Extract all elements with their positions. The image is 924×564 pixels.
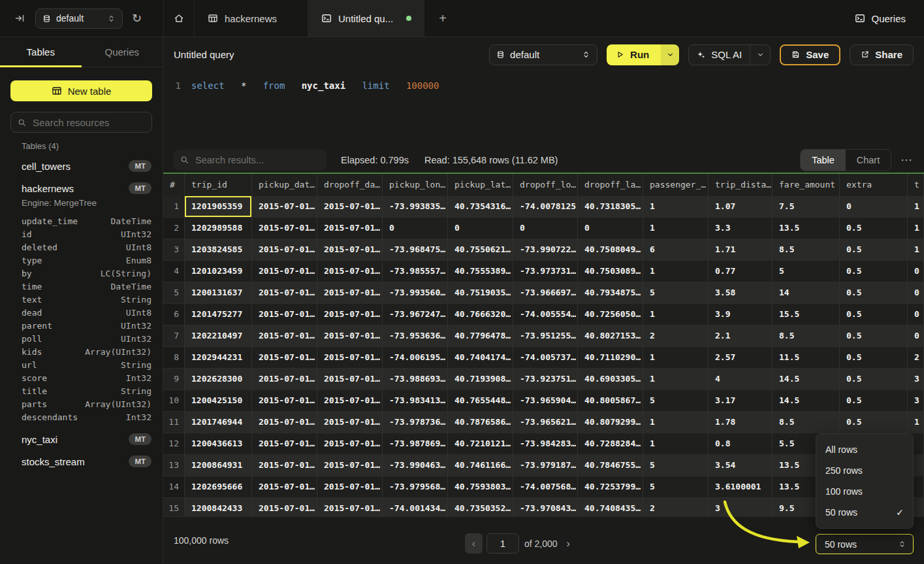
table-cell[interactable]: 2 xyxy=(643,325,709,347)
table-cell[interactable]: -74.005737… xyxy=(513,347,578,369)
table-cell[interactable]: 5 xyxy=(643,282,709,304)
sidebar-item-stocks-stream[interactable]: stocks_stream MT xyxy=(22,454,151,469)
table-cell[interactable]: 2015-07-01… xyxy=(317,498,383,516)
table-cell[interactable]: 40.7210121… xyxy=(448,433,513,455)
column-row[interactable]: deleted UInt8 xyxy=(22,241,151,254)
table-cell[interactable]: 1200131637 xyxy=(185,282,252,304)
page-size-menu-item[interactable]: All rows ✓ xyxy=(816,439,913,460)
table-cell[interactable]: 2015-07-01… xyxy=(252,390,317,412)
save-button[interactable]: Save xyxy=(780,44,840,65)
table-cell[interactable]: 40.7354316… xyxy=(448,196,513,218)
column-header[interactable]: pickup_dat… xyxy=(252,174,317,196)
table-cell[interactable]: 2015-07-01… xyxy=(317,390,383,412)
table-cell[interactable]: 1201905359 xyxy=(185,196,252,218)
table-cell[interactable]: 1.07 xyxy=(709,196,773,218)
table-cell[interactable]: 2015-07-01… xyxy=(317,218,383,239)
table-cell[interactable]: 40.7288284… xyxy=(578,433,643,455)
column-row[interactable]: url String xyxy=(22,359,151,372)
table-cell[interactable]: 40.7253799… xyxy=(578,476,643,498)
table-cell[interactable]: 14.5 xyxy=(773,390,840,412)
table-cell[interactable]: 2015-07-01… xyxy=(252,196,317,218)
table-cell[interactable]: 40.6903305… xyxy=(578,369,643,390)
table-cell[interactable]: -73.973731… xyxy=(513,261,578,282)
run-options-button[interactable] xyxy=(661,44,679,65)
table-cell[interactable]: 40.7404174… xyxy=(448,347,513,369)
table-cell[interactable]: 3 xyxy=(709,498,773,516)
table-cell[interactable]: 2015-07-01… xyxy=(317,282,383,304)
table-cell[interactable]: 2015-07-01… xyxy=(252,476,317,498)
sidebar-tab-queries[interactable]: Queries xyxy=(82,37,163,67)
table-cell[interactable]: 2015-07-01… xyxy=(317,196,383,218)
table-cell[interactable]: 1200425150 xyxy=(185,390,252,412)
table-cell[interactable]: -73.965621… xyxy=(513,412,578,433)
table-cell[interactable]: 1201023459 xyxy=(185,261,252,282)
table-cell[interactable]: 0.5 xyxy=(840,347,908,369)
table-cell[interactable]: 0 xyxy=(578,218,643,239)
new-table-button[interactable]: New table xyxy=(10,80,152,101)
table-cell[interactable]: -73.984283… xyxy=(513,433,578,455)
table-cell[interactable]: 0.5 xyxy=(840,261,908,282)
sidebar-item-cell-towers[interactable]: cell_towers MT xyxy=(22,159,151,173)
table-cell[interactable]: -73.968475… xyxy=(383,239,448,261)
table-cell[interactable]: 1200864931 xyxy=(185,455,252,476)
table-cell[interactable]: -73.983413… xyxy=(383,390,448,412)
table-cell[interactable]: 2015-07-01… xyxy=(252,412,317,433)
table-cell[interactable]: 1 xyxy=(908,412,924,433)
table-cell[interactable]: 40.7508049… xyxy=(578,239,643,261)
column-header[interactable]: pickup_lat… xyxy=(448,174,513,196)
table-cell[interactable]: 0 xyxy=(908,325,924,347)
table-cell[interactable]: 0.5 xyxy=(840,369,908,390)
table-cell[interactable]: -73.978736… xyxy=(383,412,448,433)
table-cell[interactable]: 14 xyxy=(773,282,840,304)
collapse-sidebar-icon[interactable] xyxy=(14,13,25,24)
column-header[interactable]: pickup_lon… xyxy=(383,174,448,196)
table-cell[interactable]: 1 xyxy=(643,218,709,239)
table-cell[interactable]: 40.7550621… xyxy=(448,239,513,261)
table-cell[interactable]: 2015-07-01… xyxy=(317,455,383,476)
table-cell[interactable]: 40.7555389… xyxy=(448,261,513,282)
table-cell[interactable]: 2015-07-01… xyxy=(317,412,383,433)
table-cell[interactable]: 40.7408435… xyxy=(578,498,643,516)
table-cell[interactable]: -73.951255… xyxy=(513,325,578,347)
sql-editor[interactable]: 1 select * from nyc_taxi limit 100000 xyxy=(163,72,924,147)
table-cell[interactable]: 2015-07-01… xyxy=(252,369,317,390)
table-cell[interactable]: -73.966697… xyxy=(513,282,578,304)
column-row[interactable]: score Int32 xyxy=(22,372,151,385)
table-cell[interactable]: 3.54 xyxy=(709,455,773,476)
table-cell[interactable]: 0.5 xyxy=(840,304,908,325)
page-size-select[interactable]: 50 rows xyxy=(816,534,914,554)
table-cell[interactable]: 2015-07-01… xyxy=(317,239,383,261)
table-cell[interactable]: 3 xyxy=(908,369,924,390)
column-row[interactable]: update_time DateTime xyxy=(22,215,151,228)
table-cell[interactable]: 40.7796478… xyxy=(448,325,513,347)
table-cell[interactable]: 1203824585 xyxy=(185,239,252,261)
table-cell[interactable]: 2015-07-01… xyxy=(252,261,317,282)
column-row[interactable]: id UInt32 xyxy=(22,228,151,241)
table-cell[interactable]: -73.990722… xyxy=(513,239,578,261)
table-cell[interactable]: 2015-07-01… xyxy=(252,347,317,369)
table-cell[interactable]: 0 xyxy=(840,196,908,218)
column-row[interactable]: text String xyxy=(22,293,151,307)
table-cell[interactable]: 0.5 xyxy=(840,325,908,347)
table-cell[interactable]: 2 xyxy=(908,347,924,369)
table-cell[interactable]: 40.7593803… xyxy=(448,476,513,498)
column-row[interactable]: kids Array(UInt32) xyxy=(22,346,151,359)
table-cell[interactable]: 2015-07-01… xyxy=(317,347,383,369)
table-cell[interactable]: -73.993560… xyxy=(383,282,448,304)
table-cell[interactable]: 2.1 xyxy=(709,325,773,347)
table-cell[interactable]: -73.970843… xyxy=(513,498,578,516)
table-cell[interactable]: -73.993835… xyxy=(383,196,448,218)
table-cell[interactable]: 5 xyxy=(643,476,709,498)
table-cell[interactable]: 2015-07-01… xyxy=(317,261,383,282)
page-size-menu-item[interactable]: 100 rows ✓ xyxy=(816,481,913,502)
table-cell[interactable]: 1 xyxy=(643,412,709,433)
column-header[interactable]: extra xyxy=(840,174,908,196)
view-toggle-table[interactable]: Table xyxy=(801,150,846,171)
tab-hackernews[interactable]: hackernews xyxy=(195,0,308,37)
table-cell[interactable]: 40.7318305… xyxy=(578,196,643,218)
tab-home[interactable] xyxy=(163,0,195,37)
table-cell[interactable]: 1202695666 xyxy=(185,476,252,498)
table-cell[interactable]: 2015-07-01… xyxy=(252,304,317,325)
column-header[interactable]: dropoff_la… xyxy=(578,174,643,196)
topbar-database-selector[interactable]: default xyxy=(35,8,123,29)
